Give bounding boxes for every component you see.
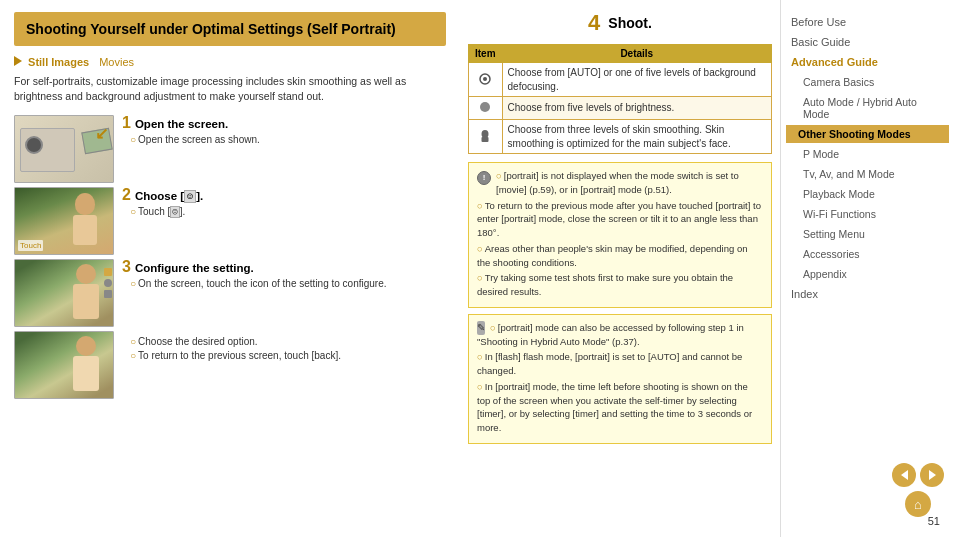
table-header-item: Item [469, 45, 503, 63]
sidebar-item-index[interactable]: Index [791, 284, 944, 304]
sidebar-item-basic-guide[interactable]: Basic Guide [791, 32, 944, 52]
icon-cell-brightness [469, 97, 503, 120]
arrow-right-icon [929, 470, 936, 480]
sidebar-item-p-mode[interactable]: P Mode [791, 144, 944, 164]
sidebar-item-advanced-guide[interactable]: Advanced Guide [791, 52, 944, 72]
sidebar-item-playback[interactable]: Playback Mode [791, 184, 944, 204]
step-2-text: 2 Choose [☺]. ○Touch [☺]. [122, 187, 446, 219]
nav-prev-next-row [892, 463, 944, 487]
sidebar-item-accessories[interactable]: Accessories [791, 244, 944, 264]
details-cell-brightness: Choose from five levels of brightness. [502, 97, 771, 120]
table-row: Choose from three levels of skin smoothi… [469, 120, 772, 154]
warning-notes: ○[portrait] is not displayed when the mo… [477, 169, 763, 299]
note-line-2: ○To return to the previous mode after yo… [477, 199, 763, 240]
pencil-note-2: ○In [flash] flash mode, [portrait] is se… [477, 350, 763, 378]
pencil-icon: ✎ [477, 321, 485, 335]
shoot-num: 4 [588, 10, 600, 36]
svg-point-1 [483, 77, 487, 81]
step-3-image [14, 259, 114, 327]
step-1-title: Open the screen. [135, 118, 228, 130]
sidebar-nav: Before Use Basic Guide Advanced Guide Ca… [791, 12, 944, 304]
step-3-detail: ○On the screen, touch the icon of the se… [122, 277, 446, 291]
still-images-label[interactable]: Still Images [14, 56, 89, 68]
step-1-detail: ○Open the screen as shown. [122, 133, 446, 147]
sidebar-item-other-shooting[interactable]: Other Shooting Modes [786, 125, 949, 143]
nav-home-button[interactable]: ⌂ [905, 491, 931, 517]
step-1-row: ↙ 1 Open the screen. ○Open the screen as… [14, 115, 446, 183]
step-4-row: ○Choose the desired option. ○To return t… [14, 331, 446, 399]
sidebar-item-appendix[interactable]: Appendix [791, 264, 944, 284]
pencil-note-box: ✎ ○[portrait] mode can also be accessed … [468, 314, 772, 444]
page-title: Shooting Yourself under Optimal Settings… [26, 20, 434, 38]
step-2-num: 2 [122, 187, 131, 203]
left-panel: Shooting Yourself under Optimal Settings… [0, 0, 460, 537]
table-row: Choose from [AUTO] or one of five levels… [469, 63, 772, 97]
middle-panel: 4 Shoot. Item Details Choose from [AUTO]… [460, 0, 780, 537]
table-header-details: Details [502, 45, 771, 63]
nav-prev-button[interactable] [892, 463, 916, 487]
sidebar-item-tv-av[interactable]: Tv, Av, and M Mode [791, 164, 944, 184]
page-number: 51 [928, 515, 940, 527]
step-3-text: 3 Configure the setting. ○On the screen,… [122, 259, 446, 291]
details-cell-skin: Choose from three levels of skin smoothi… [502, 120, 771, 154]
table-row: Choose from five levels of brightness. [469, 97, 772, 120]
skin-icon [478, 129, 492, 143]
step-1-heading: 1 Open the screen. [122, 115, 446, 131]
warning-note-box: ! ○[portrait] is not displayed when the … [468, 162, 772, 308]
intro-text: For self-portraits, customizable image p… [14, 74, 446, 104]
note-line-3: ○Areas other than people's skin may be m… [477, 242, 763, 270]
svg-point-2 [480, 102, 490, 112]
shoot-header: 4 Shoot. [468, 10, 772, 36]
pencil-note-3: ○In [portrait] mode, the time left befor… [477, 380, 763, 435]
camera-lens [25, 136, 43, 154]
sidebar-item-before-use[interactable]: Before Use [791, 12, 944, 32]
step-2-heading: 2 Choose [☺]. [122, 187, 446, 203]
home-icon: ⌂ [914, 497, 922, 512]
sidebar-item-setting-menu[interactable]: Setting Menu [791, 224, 944, 244]
step-3-title: Configure the setting. [135, 262, 254, 274]
step-2-row: Touch 2 Choose [☺]. ○Touch [☺]. [14, 187, 446, 255]
brightness-icon [478, 100, 492, 114]
note-line-1: ○[portrait] is not displayed when the mo… [477, 169, 763, 197]
step-3-row: 3 Configure the setting. ○On the screen,… [14, 259, 446, 327]
sidebar-item-auto-mode[interactable]: Auto Mode / Hybrid Auto Mode [791, 92, 944, 124]
icon-cell-bokeh [469, 63, 503, 97]
arrow-left-icon [901, 470, 908, 480]
movies-label[interactable]: Movies [99, 56, 134, 68]
icon-cell-skin [469, 120, 503, 154]
step-2-title: Choose [☺]. [135, 190, 203, 202]
steps-container: ↙ 1 Open the screen. ○Open the screen as… [14, 115, 446, 399]
still-triangle-icon [14, 56, 22, 66]
image-type-row: Still Images Movies [14, 56, 446, 68]
step-2-image: Touch [14, 187, 114, 255]
details-cell-bokeh: Choose from [AUTO] or one of five levels… [502, 63, 771, 97]
nav-buttons: ⌂ [892, 463, 944, 517]
pencil-note-1: ○[portrait] mode can also be accessed by… [477, 321, 763, 349]
right-sidebar: Before Use Basic Guide Advanced Guide Ca… [780, 0, 954, 537]
bokeh-icon [478, 72, 492, 86]
step-1-num: 1 [122, 115, 131, 131]
shoot-title: Shoot. [608, 15, 652, 31]
svg-rect-4 [482, 137, 489, 142]
step-3-heading: 3 Configure the setting. [122, 259, 446, 275]
step-3-num: 3 [122, 259, 131, 275]
step-4-image [14, 331, 114, 399]
step-2-detail: ○Touch [☺]. [122, 205, 446, 219]
step-4-text: ○Choose the desired option. ○To return t… [122, 331, 446, 363]
pencil-notes: ○[portrait] mode can also be accessed by… [477, 321, 763, 435]
warning-icon: ! [477, 171, 491, 185]
sidebar-item-wifi[interactable]: Wi-Fi Functions [791, 204, 944, 224]
title-box: Shooting Yourself under Optimal Settings… [14, 12, 446, 46]
nav-next-button[interactable] [920, 463, 944, 487]
sidebar-item-camera-basics[interactable]: Camera Basics [791, 72, 944, 92]
step-4-detail: ○Choose the desired option. ○To return t… [122, 335, 446, 363]
step-1-text: 1 Open the screen. ○Open the screen as s… [122, 115, 446, 147]
step-1-image: ↙ [14, 115, 114, 183]
svg-point-3 [482, 130, 489, 138]
note-line-4: ○Try taking some test shots first to mak… [477, 271, 763, 299]
shoot-table: Item Details Choose from [AUTO] or one o… [468, 44, 772, 154]
